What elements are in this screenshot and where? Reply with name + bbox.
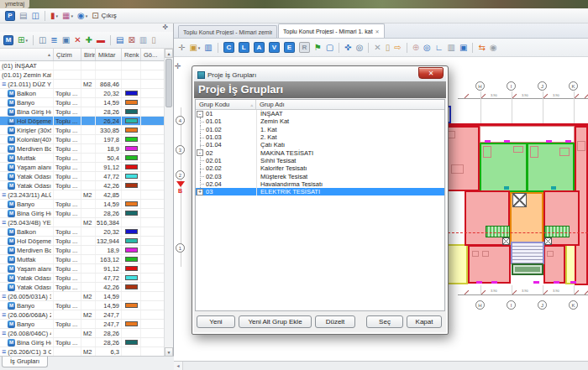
color-swatch[interactable] xyxy=(125,137,138,142)
table-row[interactable]: MBalkonToplu ...20,32 xyxy=(0,89,165,98)
report-window-icon[interactable]: ▤ xyxy=(18,9,29,22)
table-row[interactable]: MYaşam alanıToplu ...91,12 xyxy=(0,163,165,172)
group-tree-row[interactable]: 02.02Kalorifer Tesisatı xyxy=(196,164,444,172)
edit-button[interactable]: Düzelt xyxy=(315,315,355,328)
table-row[interactable]: MKolonlar(40X60)Toplu ...197,8 xyxy=(0,135,165,144)
column-header[interactable]: ▲ xyxy=(0,49,54,60)
color-swatch[interactable] xyxy=(125,174,138,179)
column-header[interactable]: Renk xyxy=(122,49,141,60)
scroll-up-icon[interactable]: ▲ xyxy=(165,49,173,58)
select-button[interactable]: Seç xyxy=(366,315,403,328)
table-row[interactable]: ≡(26.005/031A) 33...M214,59 xyxy=(0,292,165,301)
table-row[interactable]: MBanyoToplu ...247,7 xyxy=(0,320,165,329)
group-tree-row[interactable]: 02.03Müşterek Tesisat xyxy=(196,172,444,180)
copy-grid-icon[interactable]: ▥ xyxy=(138,34,149,46)
visibility-icon[interactable]: ◉ xyxy=(488,41,499,54)
group-tree-row[interactable]: 01.032. Kat xyxy=(196,133,444,141)
group-tree-row[interactable]: 01.01Zemin Kat xyxy=(196,117,444,125)
group-tree-row[interactable]: -01İNŞAAT xyxy=(196,110,444,117)
color-swatch[interactable] xyxy=(125,100,138,105)
color-swatch[interactable] xyxy=(125,257,138,262)
table-row[interactable]: MBina Giriş HolüToplu ...28,26 xyxy=(0,338,165,347)
pin-icon[interactable]: ✜ xyxy=(162,23,168,32)
project-icon[interactable]: P xyxy=(3,9,17,22)
column-header[interactable]: Gö... xyxy=(141,49,165,60)
tree-expander-icon[interactable]: - xyxy=(197,111,203,117)
new-button[interactable]: Yeni xyxy=(197,315,235,328)
table-row[interactable]: MMutfakToplu ...163,12 xyxy=(0,255,165,264)
layer-l-icon[interactable]: L xyxy=(237,41,251,54)
tab-is-gruplari[interactable]: İş Grupları xyxy=(2,357,48,367)
color-swatch[interactable] xyxy=(125,146,138,151)
document-tab[interactable]: Toplu Konut Projesi - Mimari zemin kat xyxy=(178,25,277,38)
layer-copy-icon[interactable]: ▣▾ xyxy=(187,41,202,54)
duplicate-icon[interactable]: ▣ xyxy=(60,34,71,46)
table-row[interactable]: (01) İNŞAAT xyxy=(0,61,165,70)
layer-a-icon[interactable]: A xyxy=(252,41,266,54)
pan-icon[interactable]: ✜ xyxy=(343,41,353,54)
table-row[interactable]: ≡(26.008/046C) 40...M228,26 xyxy=(0,329,165,338)
color-swatch[interactable] xyxy=(125,340,138,345)
grid-options-icon[interactable]: ▦▾ xyxy=(60,9,75,22)
table-row[interactable]: MYatak OdasıToplu ...47,72 xyxy=(0,274,165,283)
color-swatch[interactable] xyxy=(125,211,138,216)
clipboard-icon[interactable]: ▯ xyxy=(384,41,392,54)
scroll-thumb[interactable] xyxy=(165,59,172,107)
column-header[interactable]: Birim xyxy=(81,49,96,60)
group-tree-row[interactable]: 02.01Sıhhi Tesisat xyxy=(196,157,444,164)
table-row[interactable]: MKirişler (30x50)Toplu ...330,85 xyxy=(0,126,165,135)
column-grup-adi[interactable]: Grup Adı xyxy=(256,100,444,110)
table-row[interactable]: ≡(21.011) DÜZ YÜZ...M2868,46 xyxy=(0,80,165,89)
dropdown-arrow-icon[interactable]: ▾ xyxy=(25,38,28,43)
table-row[interactable]: MBina Giriş HolüToplu ...28,26 xyxy=(0,107,165,117)
send-forward-icon[interactable]: ⇨ xyxy=(392,41,402,54)
vertical-scrollbar[interactable]: ▲ ▼ xyxy=(164,49,173,357)
zoom-selected-icon[interactable]: ◎ xyxy=(422,41,433,54)
select-region-icon[interactable]: ▢ xyxy=(324,41,335,54)
column-header[interactable]: Miktar xyxy=(96,49,122,60)
hscroll-left-arrow[interactable]: ◂ xyxy=(174,362,183,370)
red-book-icon[interactable]: ▮▾ xyxy=(49,9,60,22)
paste-grid-icon[interactable]: ▯ xyxy=(150,34,158,46)
delete-icon[interactable]: ✕ xyxy=(72,34,82,46)
color-swatch[interactable] xyxy=(125,321,138,326)
new-subgroup-button[interactable]: Yeni Alt Grup Ekle xyxy=(239,315,312,328)
dialog-close-button[interactable]: ✕ xyxy=(418,67,444,79)
list-view-icon[interactable]: ≣ xyxy=(49,34,59,46)
print-disabled-icon[interactable]: ⊠ xyxy=(126,34,136,46)
new-measurement-icon[interactable]: ⊞▾ xyxy=(16,34,29,46)
measure-icon[interactable]: ∟ xyxy=(433,41,445,54)
color-swatch[interactable] xyxy=(125,238,138,243)
table-row[interactable]: MBalkonToplu ...20,32 xyxy=(0,227,165,237)
layer-r-icon[interactable]: R xyxy=(297,41,312,54)
table-row[interactable]: MMerdiven BoşluğuToplu ...18,9 xyxy=(0,246,165,255)
color-swatch[interactable] xyxy=(125,91,138,96)
pointer-tool-icon[interactable]: ✛ xyxy=(176,41,186,54)
layout-window-icon[interactable]: ◫ xyxy=(29,9,40,22)
table-row[interactable]: ≡(26.006/068A) 20...M2247,7 xyxy=(0,310,165,320)
zoom-in-icon[interactable]: ⊕ xyxy=(411,41,421,54)
column-grup-kodu[interactable]: Grup Kodu ▵ xyxy=(196,100,256,110)
color-swatch[interactable] xyxy=(125,155,138,160)
table-row[interactable]: MMutfakToplu ...50,4 xyxy=(0,154,165,163)
group-tree-row[interactable]: +03ELEKTRİK TESİSATI xyxy=(196,188,444,195)
tab-close-icon[interactable]: ✕ xyxy=(375,29,380,34)
layer-v-icon[interactable]: V xyxy=(267,41,281,54)
table-row[interactable]: MHol DöşemeToplu ...132,944 xyxy=(0,237,165,246)
table-row[interactable]: MYaşam alanıToplu ...91,12 xyxy=(0,264,165,274)
dropdown-arrow-icon[interactable]: ▾ xyxy=(71,13,73,18)
table-row[interactable]: MMerdiven BoşluğuToplu ...18,9 xyxy=(0,144,165,154)
table-row[interactable]: MBina Giriş HolüToplu ...28,26 xyxy=(0,209,165,218)
color-swatch[interactable] xyxy=(125,284,138,289)
tree-expander-icon[interactable]: + xyxy=(197,189,203,195)
help-icon[interactable]: ◉▾ xyxy=(76,9,89,22)
table-row[interactable]: MYatak Odası 2Toplu ...42,26 xyxy=(0,283,165,292)
table-row[interactable]: MYatak OdasıToplu ...47,72 xyxy=(0,172,165,181)
color-swatch[interactable] xyxy=(125,109,138,114)
fit-view-icon[interactable]: ▣ xyxy=(458,41,469,54)
table-row[interactable]: MBanyoToplu ...14,59 xyxy=(0,200,165,209)
table-row[interactable]: ≡(25.043/4B) YENİ ...M2516,384 xyxy=(0,218,165,227)
color-swatch[interactable] xyxy=(125,266,138,271)
remove-row-icon[interactable]: ▬ xyxy=(95,34,107,46)
color-swatch[interactable] xyxy=(125,183,138,188)
